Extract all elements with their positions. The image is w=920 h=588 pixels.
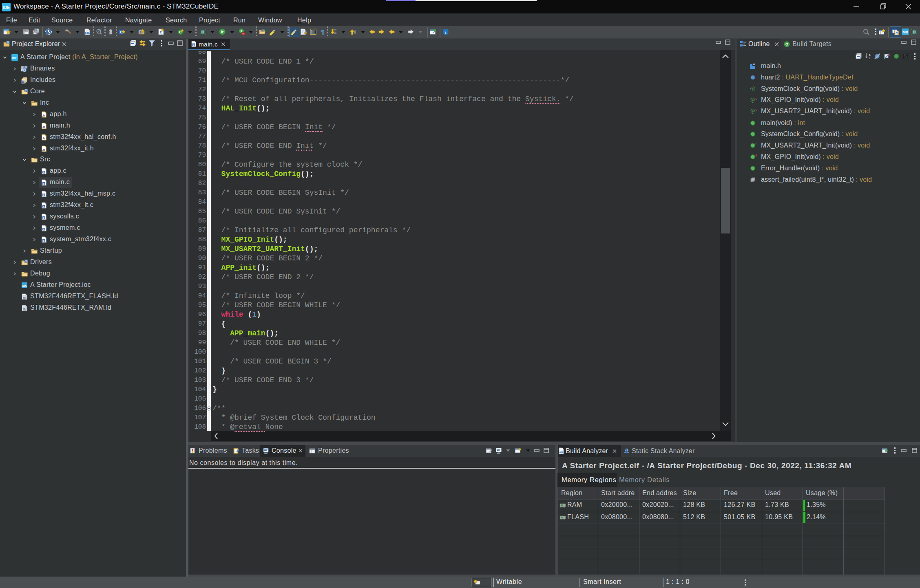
svg-text:S: S (755, 142, 757, 146)
svg-text:MX: MX (902, 30, 909, 34)
svg-text:IDE: IDE (3, 5, 10, 10)
svg-text:c: c (43, 216, 44, 219)
svg-text:i: i (445, 30, 446, 35)
svg-text:.h: .h (42, 125, 45, 129)
svg-text:S: S (755, 154, 757, 157)
svg-text:010: 010 (560, 451, 564, 454)
svg-text:S: S (755, 97, 757, 101)
svg-text:S: S (755, 108, 757, 112)
svg-text:a: a (869, 53, 871, 56)
svg-text:.h: .h (42, 114, 45, 117)
svg-text:c: c (43, 194, 44, 196)
svg-text:c: c (25, 89, 27, 92)
svg-text:IDE: IDE (12, 56, 18, 60)
svg-text:C: C (120, 30, 123, 34)
svg-text:c: c (25, 260, 27, 263)
svg-text:c: c (43, 205, 44, 208)
svg-text:c: c (43, 171, 44, 174)
svg-text:C: C (896, 31, 898, 35)
svg-text:¶: ¶ (321, 29, 324, 35)
svg-text:.h: .h (42, 148, 45, 152)
svg-text:c: c (43, 228, 44, 231)
svg-text:LD: LD (23, 297, 25, 300)
svg-text:z: z (869, 57, 871, 59)
svg-text:MX: MX (22, 284, 27, 288)
svg-text:.h: .h (42, 137, 45, 140)
svg-text:c: c (43, 182, 44, 185)
svg-text:c: c (43, 239, 44, 242)
svg-text:LD: LD (23, 309, 25, 311)
svg-text:010: 010 (85, 32, 90, 35)
svg-text:h: h (22, 81, 24, 84)
